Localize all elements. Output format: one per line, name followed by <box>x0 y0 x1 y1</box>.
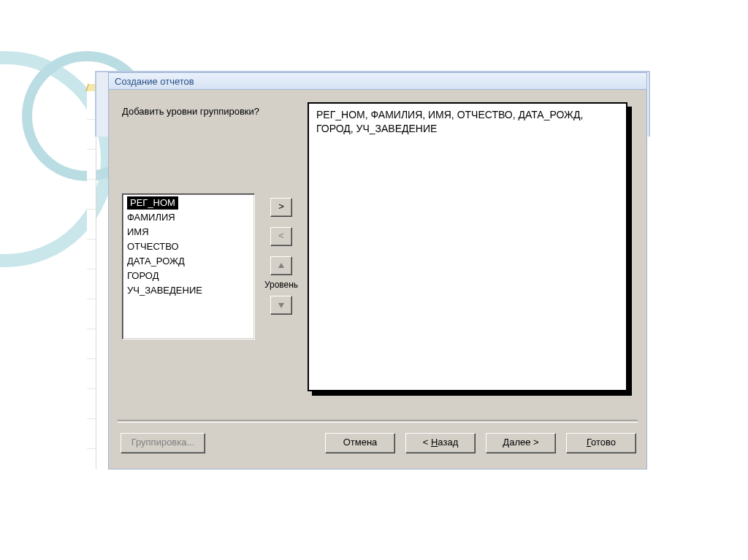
list-item[interactable]: ГОРОД <box>123 269 254 283</box>
add-grouping-button[interactable]: > <box>270 198 292 217</box>
button-label: Отмена <box>343 437 378 448</box>
arrow-up-icon <box>278 262 285 269</box>
chevron-right-icon: > <box>278 201 284 212</box>
list-item-label: УЧ_ЗАВЕДЕНИЕ <box>127 285 202 296</box>
list-item-label: ГОРОД <box>127 270 159 281</box>
list-item-label: ДАТА_РОЖД <box>127 256 185 266</box>
cancel-button[interactable]: Отмена <box>325 433 395 453</box>
finish-button[interactable]: Готово <box>566 433 636 453</box>
list-item[interactable]: УЧ_ЗАВЕДЕНИЕ <box>123 283 254 298</box>
next-button[interactable]: Далее > <box>486 433 556 453</box>
priority-label: Уровень <box>259 280 303 290</box>
list-item-label: РЕГ_НОМ <box>127 196 178 210</box>
grouping-preview-panel: РЕГ_НОМ, ФАМИЛИЯ, ИМЯ, ОТЧЕСТВО, ДАТА_РО… <box>308 102 627 391</box>
footer-separator <box>118 420 638 423</box>
list-item[interactable]: ФАМИЛИЯ <box>123 210 254 225</box>
priority-up-button[interactable] <box>270 256 292 275</box>
list-item[interactable]: РЕГ_НОМ <box>123 196 254 210</box>
grouping-prompt: Добавить уровни группировки? <box>122 106 259 117</box>
list-item-label: ИМЯ <box>127 226 149 237</box>
remove-grouping-button[interactable]: < <box>270 227 292 246</box>
preview-text: РЕГ_НОМ, ФАМИЛИЯ, ИМЯ, ОТЧЕСТВО, ДАТА_РО… <box>316 109 583 134</box>
available-fields-listbox[interactable]: РЕГ_НОМ ФАМИЛИЯ ИМЯ ОТЧЕСТВО ДАТА_РОЖД Г… <box>122 193 255 340</box>
list-item-label: ФАМИЛИЯ <box>127 212 175 223</box>
button-label: Готово <box>587 437 616 448</box>
grouping-options-button[interactable]: Группировка... <box>121 433 205 453</box>
window-title: Создание отчетов <box>115 76 194 87</box>
arrow-down-icon <box>278 302 285 309</box>
list-item[interactable]: ОТЧЕСТВО <box>123 239 254 254</box>
button-label: Далее > <box>503 437 538 448</box>
back-button[interactable]: < Назад <box>405 433 476 453</box>
list-item[interactable]: ДАТА_РОЖД <box>123 254 254 269</box>
priority-down-button[interactable] <box>270 296 292 315</box>
list-item[interactable]: ИМЯ <box>123 225 254 239</box>
button-label: < Назад <box>423 437 458 448</box>
chevron-left-icon: < <box>278 230 284 241</box>
list-item-label: ОТЧЕСТВО <box>127 241 179 252</box>
window-titlebar: Создание отчетов <box>108 72 647 90</box>
report-wizard-dialog: Добавить уровни группировки? РЕГ_НОМ ФАМ… <box>108 90 647 469</box>
spreadsheet-sliver <box>87 90 96 469</box>
button-label: Группировка... <box>131 437 195 448</box>
